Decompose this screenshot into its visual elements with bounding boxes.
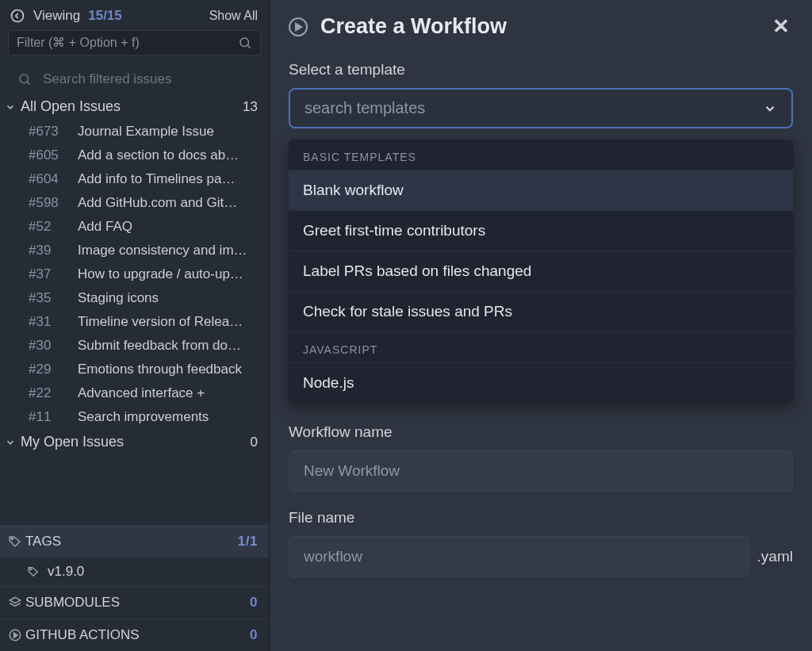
dropdown-item[interactable]: Check for stale issues and PRs (289, 291, 793, 331)
issue-row[interactable]: #31Timeline version of Relea… (0, 310, 269, 334)
search-icon (238, 36, 252, 50)
chevron-down-icon (5, 101, 21, 113)
svg-marker-9 (14, 633, 18, 638)
issue-row[interactable]: #30Submit feedback from do… (0, 334, 269, 358)
svg-point-5 (11, 538, 13, 539)
modal-title: Create a Workflow (320, 14, 507, 39)
issue-title: How to upgrade / auto-up… (78, 266, 243, 282)
issue-num: #673 (29, 124, 70, 140)
tag-icon (27, 565, 40, 578)
submodules-count: 0 (250, 595, 258, 611)
close-icon[interactable]: ✕ (772, 14, 790, 39)
template-select[interactable] (289, 88, 793, 128)
issue-row[interactable]: #605Add a section to docs ab… (0, 144, 269, 167)
issue-num: #37 (29, 266, 70, 282)
issue-num: #605 (29, 147, 70, 163)
section-my-open-label: My Open Issues (21, 434, 124, 450)
workflow-name-label: Workflow name (289, 423, 793, 441)
issue-num: #39 (29, 243, 70, 258)
issue-title: Add FAQ (78, 219, 132, 235)
issue-num: #598 (29, 195, 70, 211)
issue-title: Advanced interface + (78, 385, 205, 401)
dropdown-category: JAVASCRIPT (289, 331, 793, 362)
issue-row[interactable]: #604Add info to Timelines pa… (0, 167, 269, 191)
file-name-label: File name (289, 509, 793, 527)
viewing-label: Viewing (33, 8, 80, 24)
dropdown-item[interactable]: Label PRs based on files changed (289, 251, 793, 291)
issue-num: #35 (29, 290, 70, 306)
issue-title: Emotions through feedback (78, 362, 242, 377)
issue-row[interactable]: #673Journal Example Issue (0, 120, 269, 144)
issue-num: #31 (29, 314, 70, 330)
issue-row[interactable]: #39Image consistency and im… (0, 239, 269, 262)
issue-title: Timeline version of Relea… (78, 314, 243, 330)
issue-title: Search improvements (78, 409, 209, 425)
issue-title: Add GitHub.com and Git… (78, 195, 237, 211)
dropdown-category: BASIC TEMPLATES (289, 140, 793, 170)
section-all-open[interactable]: All Open Issues 13 (0, 94, 269, 120)
actions-row[interactable]: GITHUB ACTIONS 0 (0, 618, 269, 651)
issue-title: Submit feedback from do… (78, 338, 241, 354)
issue-row[interactable]: #37How to upgrade / auto-up… (0, 262, 269, 286)
svg-point-1 (240, 38, 249, 47)
file-name-input-wrap[interactable] (289, 536, 749, 577)
template-search-input[interactable] (304, 99, 763, 117)
search-filtered-label: Search filtered issues (43, 71, 172, 87)
issue-row[interactable]: #598Add GitHub.com and Git… (0, 191, 269, 215)
svg-point-6 (30, 569, 32, 570)
issue-title: Image consistency and im… (78, 243, 247, 258)
issue-num: #604 (29, 171, 70, 187)
issue-title: Add info to Timelines pa… (78, 171, 235, 187)
play-circle-icon (289, 17, 308, 36)
select-template-label: Select a template (289, 61, 793, 79)
filter-input-wrap[interactable] (8, 30, 261, 56)
svg-line-2 (247, 45, 250, 48)
dropdown-item[interactable]: Node.js (289, 362, 793, 403)
filter-input[interactable] (17, 36, 238, 50)
svg-point-3 (20, 75, 29, 83)
submodules-row[interactable]: SUBMODULES 0 (0, 586, 269, 618)
workflow-name-input[interactable] (304, 462, 778, 480)
section-all-open-count: 13 (243, 99, 258, 115)
issue-row[interactable]: #35Staging icons (0, 286, 269, 310)
dropdown-item[interactable]: Blank workflow (289, 170, 793, 210)
chevron-down-icon (763, 101, 777, 116)
search-icon (17, 72, 32, 86)
actions-label: GITHUB ACTIONS (25, 627, 140, 643)
issue-row[interactable]: #29Emotions through feedback (0, 358, 269, 381)
file-ext-label: .yaml (757, 548, 793, 565)
issue-title: Add a section to docs ab… (78, 147, 239, 163)
modal-create-workflow: Create a Workflow ✕ Select a template BA… (270, 0, 812, 651)
issue-num: #29 (29, 362, 70, 377)
svg-line-4 (27, 82, 29, 84)
issue-num: #11 (29, 409, 70, 425)
tags-count: 1/1 (238, 534, 258, 550)
issue-row[interactable]: #11Search improvements (0, 405, 269, 429)
issue-title: Journal Example Issue (78, 124, 214, 140)
dropdown-item[interactable]: Greet first-time contributors (289, 210, 793, 251)
submodules-label: SUBMODULES (25, 595, 120, 611)
chevron-down-icon (5, 437, 21, 448)
issue-num: #52 (29, 219, 70, 235)
svg-point-0 (12, 10, 24, 22)
back-icon[interactable] (10, 8, 25, 24)
file-name-input[interactable] (304, 548, 734, 565)
section-my-open[interactable]: My Open Issues 0 (0, 429, 269, 455)
actions-count: 0 (250, 627, 258, 643)
issue-title: Staging icons (78, 290, 159, 306)
tag-icon (5, 534, 25, 549)
workflow-name-input-wrap[interactable] (289, 450, 793, 492)
show-all-link[interactable]: Show All (209, 9, 258, 23)
issue-row[interactable]: #52Add FAQ (0, 215, 269, 239)
issue-num: #30 (29, 338, 70, 354)
tag-item[interactable]: v1.9.0 (0, 557, 269, 586)
issue-num: #22 (29, 385, 70, 401)
svg-marker-7 (10, 597, 21, 603)
tags-label: TAGS (25, 534, 61, 550)
layers-icon (5, 595, 25, 610)
section-my-open-count: 0 (251, 435, 258, 450)
issue-row[interactable]: #22Advanced interface + (0, 381, 269, 405)
tags-row[interactable]: TAGS 1/1 (0, 526, 269, 557)
search-filtered-row[interactable]: Search filtered issues (0, 67, 269, 94)
sidebar: Viewing 15/15 Show All Search filtered i… (0, 0, 270, 651)
